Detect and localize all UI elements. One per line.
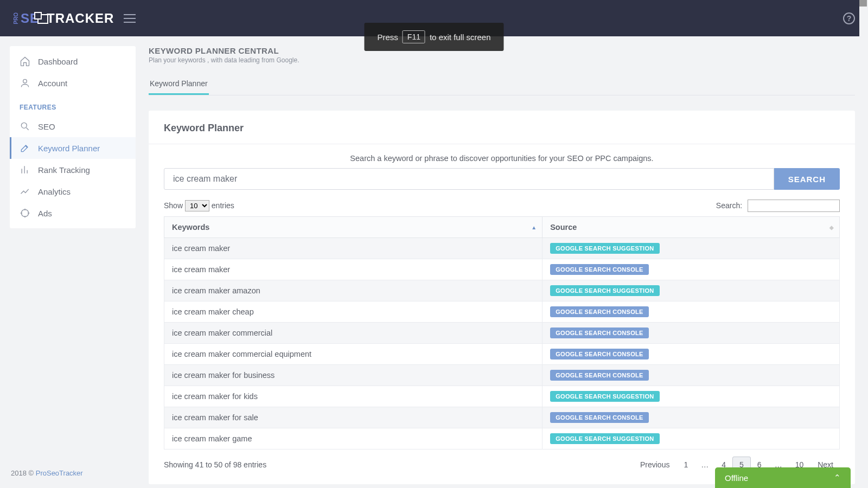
table-row[interactable]: ice cream maker commercialGOOGLE SEARCH … [164, 323, 840, 344]
cell-source: GOOGLE SEARCH CONSOLE [542, 323, 840, 344]
table-row[interactable]: ice cream maker gameGOOGLE SEARCH SUGGES… [164, 428, 840, 450]
tab-keyword-planner[interactable]: Keyword Planner [149, 74, 209, 95]
sidebar-section-features: FEATURES [10, 94, 136, 115]
sidebar-item-label: Rank Tracking [38, 165, 90, 175]
logo-tracker: TRACKER [47, 11, 114, 26]
home-icon [20, 56, 30, 67]
logo-pro: PRO [13, 12, 19, 24]
table-row[interactable]: ice cream maker amazonGOOGLE SEARCH SUGG… [164, 280, 840, 301]
card-title: Keyword Planner [149, 123, 855, 144]
main-content: KEYWORD PLANNER CENTRAL Plan your keywor… [136, 36, 868, 488]
source-badge: GOOGLE SEARCH CONSOLE [550, 306, 649, 317]
sidebar-item-seo[interactable]: SEO [10, 115, 136, 137]
sidebar-item-label: Account [38, 79, 67, 88]
sidebar-item-label: SEO [38, 122, 55, 131]
pagination-previous[interactable]: Previous [634, 457, 676, 472]
table-row[interactable]: ice cream makerGOOGLE SEARCH SUGGESTION [164, 238, 840, 259]
cell-source: GOOGLE SEARCH CONSOLE [542, 301, 840, 323]
keywords-table: Keywords▲ Source◆ ice cream makerGOOGLE … [164, 216, 840, 450]
sidebar-item-account[interactable]: Account [10, 72, 136, 94]
table-search-label: Search: [716, 201, 742, 210]
sidebar-item-label: Keyword Planner [38, 144, 100, 153]
sidebar: Dashboard Account FEATURES SEO Keyword P… [10, 46, 136, 228]
offline-label: Offline [725, 473, 748, 483]
table-row[interactable]: ice cream makerGOOGLE SEARCH CONSOLE [164, 259, 840, 280]
user-icon [20, 78, 30, 88]
cell-keyword: ice cream maker for business [164, 365, 542, 386]
sidebar-item-dashboard[interactable]: Dashboard [10, 50, 136, 72]
cell-keyword: ice cream maker [164, 238, 542, 259]
cell-source: GOOGLE SEARCH SUGGESTION [542, 238, 840, 259]
source-badge: GOOGLE SEARCH SUGGESTION [550, 243, 659, 254]
cell-source: GOOGLE SEARCH CONSOLE [542, 259, 840, 280]
table-search-input[interactable] [748, 200, 840, 212]
menu-toggle-button[interactable] [124, 14, 136, 23]
table-row[interactable]: ice cream maker for saleGOOGLE SEARCH CO… [164, 407, 840, 428]
fullscreen-press-label: Press [377, 33, 398, 42]
svg-point-1 [21, 123, 27, 128]
source-badge: GOOGLE SEARCH CONSOLE [550, 412, 649, 423]
cell-keyword: ice cream maker for sale [164, 407, 542, 428]
scrollbar-thumb[interactable] [859, 0, 867, 7]
logo-icon [37, 14, 48, 24]
keyword-planner-card: Keyword Planner Search a keyword or phra… [149, 111, 855, 484]
tabs: Keyword Planner [149, 74, 855, 95]
trend-icon [20, 186, 30, 197]
table-row[interactable]: ice cream maker for businessGOOGLE SEARC… [164, 365, 840, 386]
sidebar-item-ads[interactable]: Ads [10, 202, 136, 224]
table-row[interactable]: ice cream maker cheapGOOGLE SEARCH CONSO… [164, 301, 840, 323]
show-entries-control: Show 10 entries [164, 200, 234, 211]
cell-source: GOOGLE SEARCH CONSOLE [542, 365, 840, 386]
svg-point-0 [23, 79, 27, 83]
sidebar-item-label: Ads [38, 209, 52, 218]
sidebar-item-label: Analytics [38, 187, 71, 196]
source-badge: GOOGLE SEARCH CONSOLE [550, 264, 649, 275]
bar-chart-icon [20, 164, 30, 175]
offline-status-bar[interactable]: Offline ⌃ [715, 467, 851, 488]
pagination-page[interactable]: 1 [677, 457, 694, 472]
cell-keyword: ice cream maker for kids [164, 386, 542, 407]
cell-keyword: ice cream maker game [164, 428, 542, 450]
scrollbar[interactable] [859, 0, 868, 488]
source-badge: GOOGLE SEARCH CONSOLE [550, 328, 649, 338]
cell-keyword: ice cream maker commercial equipment [164, 344, 542, 365]
sidebar-item-analytics[interactable]: Analytics [10, 181, 136, 202]
source-badge: GOOGLE SEARCH CONSOLE [550, 370, 649, 381]
footer-brand-link[interactable]: ProSeoTracker [36, 469, 83, 477]
source-badge: GOOGLE SEARCH CONSOLE [550, 349, 649, 359]
target-icon [20, 208, 30, 219]
sort-icon: ◆ [829, 224, 834, 230]
cell-keyword: ice cream maker cheap [164, 301, 542, 323]
sort-asc-icon: ▲ [531, 224, 537, 230]
cell-source: GOOGLE SEARCH SUGGESTION [542, 280, 840, 301]
search-button[interactable]: SEARCH [774, 168, 840, 190]
sidebar-item-keyword-planner[interactable]: Keyword Planner [10, 137, 136, 159]
svg-point-2 [21, 209, 28, 216]
cell-source: GOOGLE SEARCH SUGGESTION [542, 386, 840, 407]
table-row[interactable]: ice cream maker commercial equipmentGOOG… [164, 344, 840, 365]
sidebar-item-rank-tracking[interactable]: Rank Tracking [10, 159, 136, 181]
showing-text: Showing 41 to 50 of 98 entries [164, 460, 266, 469]
source-badge: GOOGLE SEARCH SUGGESTION [550, 285, 659, 296]
fullscreen-key: F11 [403, 30, 425, 43]
source-badge: GOOGLE SEARCH SUGGESTION [550, 433, 659, 444]
chevron-up-icon: ⌃ [834, 473, 841, 483]
col-keywords[interactable]: Keywords▲ [164, 217, 542, 238]
col-source[interactable]: Source◆ [542, 217, 840, 238]
cell-source: GOOGLE SEARCH SUGGESTION [542, 428, 840, 450]
page-subtitle: Plan your keywords , with data leading f… [149, 56, 855, 64]
fullscreen-exit-label: to exit full screen [430, 33, 491, 42]
footer-copyright: 2018 © ProSeoTracker [11, 469, 83, 477]
table-row[interactable]: ice cream maker for kidsGOOGLE SEARCH SU… [164, 386, 840, 407]
keyword-search-input[interactable] [164, 168, 774, 190]
pagination-ellipsis: … [694, 457, 715, 472]
fullscreen-hint: Press F11 to exit full screen [364, 23, 503, 51]
brand-logo[interactable]: PRO SE TRACKER [13, 11, 114, 26]
source-badge: GOOGLE SEARCH SUGGESTION [550, 391, 659, 402]
search-icon [20, 121, 30, 132]
cell-source: GOOGLE SEARCH CONSOLE [542, 344, 840, 365]
help-icon[interactable]: ? [843, 12, 855, 24]
entries-select[interactable]: 10 [185, 200, 209, 211]
cell-keyword: ice cream maker amazon [164, 280, 542, 301]
cell-keyword: ice cream maker commercial [164, 323, 542, 344]
